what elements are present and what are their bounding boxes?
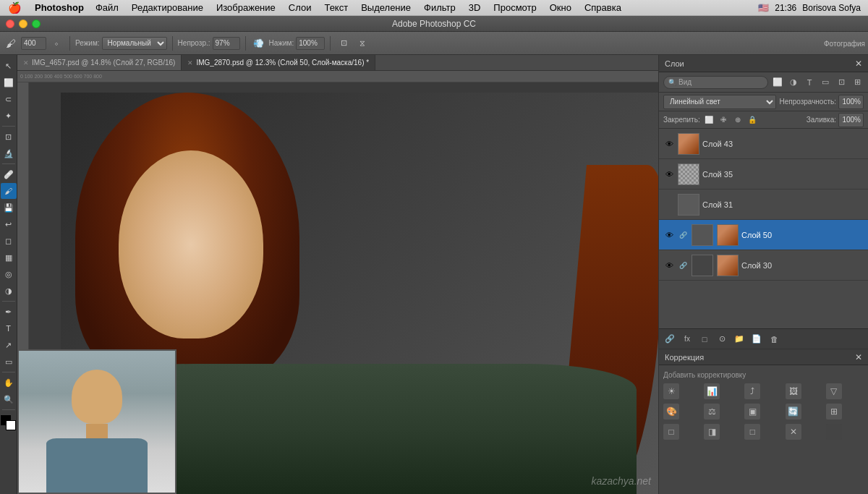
- layer-row-31[interactable]: Слой 31: [659, 189, 868, 220]
- invert-btn[interactable]: ◨: [704, 424, 720, 440]
- menu-file[interactable]: Файл: [90, 2, 124, 13]
- layer-row-50[interactable]: 👁 🔗 Слой 50: [659, 220, 868, 250]
- lock-artboards-btn[interactable]: ⊕: [732, 114, 744, 126]
- photo-filter-btn[interactable]: 🔄: [786, 404, 801, 420]
- eraser-tool[interactable]: ◻: [1, 233, 17, 249]
- filter-pixels-icon[interactable]: ⬜: [771, 76, 784, 89]
- blur-tool[interactable]: ◎: [1, 266, 17, 282]
- layer-50-visibility[interactable]: 👁: [663, 229, 675, 241]
- dodge-tool[interactable]: ◑: [1, 283, 17, 299]
- lock-all-btn[interactable]: 🔒: [746, 114, 758, 126]
- menu-select[interactable]: Выделение: [355, 2, 417, 13]
- hsl-btn[interactable]: 🎨: [663, 404, 679, 420]
- zoom-tool[interactable]: 🔍: [1, 391, 17, 407]
- brush-size-input[interactable]: [21, 37, 46, 50]
- delete-layer-btn[interactable]: 🗑: [767, 333, 780, 346]
- layer-31-visibility[interactable]: [663, 199, 675, 210]
- tab-1[interactable]: ✕ IMG_4657.psd @ 14.8% (Слой 27, RGB/16): [17, 55, 182, 70]
- pressure-input[interactable]: [296, 37, 325, 50]
- shape-tool[interactable]: ▭: [1, 354, 17, 370]
- fx-btn[interactable]: fx: [681, 333, 694, 346]
- lock-pixels-btn[interactable]: ⬜: [703, 114, 715, 126]
- fill-value-input[interactable]: [838, 113, 864, 127]
- pen-tool[interactable]: ✒: [1, 304, 17, 320]
- brush-tool[interactable]: 🖌: [1, 183, 17, 199]
- link-layers-btn[interactable]: 🔗: [663, 333, 676, 346]
- mode-select[interactable]: Нормальный: [102, 37, 167, 50]
- menu-image[interactable]: Изображение: [210, 2, 281, 13]
- layer-30-visibility[interactable]: 👁: [663, 260, 675, 271]
- adjustment-btn[interactable]: ⊙: [715, 333, 728, 346]
- filter-smart-icon[interactable]: ⊡: [835, 76, 848, 89]
- crop-tool[interactable]: ⊡: [1, 129, 17, 145]
- layer-43-visibility[interactable]: 👁: [663, 138, 675, 150]
- gradient-tool[interactable]: ▦: [1, 250, 17, 265]
- lock-position-btn[interactable]: ✙: [718, 114, 729, 126]
- canvas-area[interactable]: 0 100 200 300 400 500 600 700 800: [17, 71, 658, 494]
- threshold-btn[interactable]: ✕: [786, 424, 801, 440]
- new-layer-btn[interactable]: 📄: [750, 333, 763, 346]
- layer-row-43[interactable]: 👁 Слой 43: [659, 129, 868, 159]
- blend-mode-select[interactable]: Линейный свет: [663, 95, 776, 109]
- app-name[interactable]: Photoshop: [29, 2, 90, 13]
- opacity-input[interactable]: [213, 37, 240, 50]
- brightness-contrast-btn[interactable]: ☀: [663, 383, 679, 399]
- menu-help[interactable]: Справка: [579, 2, 627, 13]
- heal-tool[interactable]: 🩹: [1, 166, 17, 182]
- curves-btn[interactable]: ⤴: [744, 383, 760, 399]
- brush-preset[interactable]: ⬦: [48, 35, 64, 51]
- layer-row-30[interactable]: 👁 🔗 Слой 30: [659, 250, 868, 281]
- filter-type-icon[interactable]: T: [803, 76, 816, 89]
- path-select-tool[interactable]: ↗: [1, 337, 17, 353]
- tab-2[interactable]: ✕ IMG_2870.psd @ 12.3% (Слой 50, Слой-ма…: [182, 55, 375, 70]
- apple-menu[interactable]: 🍎: [0, 1, 29, 14]
- close-button[interactable]: [6, 20, 14, 28]
- eyedropper-tool[interactable]: 🔬: [1, 145, 17, 161]
- stamp-tool[interactable]: 💾: [1, 200, 17, 216]
- group-btn[interactable]: 📁: [733, 333, 746, 346]
- channel-mixer-btn[interactable]: ⊞: [826, 404, 842, 420]
- filter-toggle[interactable]: ⊞: [851, 76, 864, 89]
- levels-btn[interactable]: 📊: [704, 383, 720, 399]
- minimize-button[interactable]: [19, 20, 27, 28]
- layers-search[interactable]: 🔍 Вид: [663, 76, 768, 89]
- layer-35-visibility[interactable]: 👁: [663, 169, 675, 180]
- bw-btn[interactable]: ▣: [744, 404, 760, 420]
- menu-3d[interactable]: 3D: [463, 2, 487, 13]
- menu-filter[interactable]: Фильтр: [418, 2, 461, 13]
- tab-2-close[interactable]: ✕: [187, 59, 193, 67]
- menu-text[interactable]: Текст: [318, 2, 354, 13]
- color-lookup-btn[interactable]: □: [663, 424, 679, 440]
- extra-toggle[interactable]: ⧖: [354, 35, 370, 51]
- brush-tool-option[interactable]: 🖌: [3, 35, 19, 51]
- lasso-tool[interactable]: ⊂: [1, 91, 17, 107]
- menu-edit[interactable]: Редактирование: [126, 2, 209, 13]
- layers-close-icon[interactable]: ✕: [855, 59, 862, 69]
- tab-1-close[interactable]: ✕: [23, 59, 29, 67]
- pressure-toggle[interactable]: ⊡: [336, 35, 352, 51]
- color-swatches[interactable]: [1, 415, 17, 431]
- airbrush-icon[interactable]: 💨: [251, 35, 267, 51]
- exposure-btn[interactable]: 🖼: [786, 383, 801, 399]
- maximize-button[interactable]: [32, 20, 41, 28]
- color-balance-btn[interactable]: ⚖: [704, 404, 720, 420]
- background-color[interactable]: [6, 420, 16, 430]
- filter-shape-icon[interactable]: ▭: [819, 76, 832, 89]
- type-tool[interactable]: T: [1, 320, 17, 336]
- magic-wand-tool[interactable]: ✦: [1, 108, 17, 124]
- posterize-btn[interactable]: □: [744, 424, 760, 440]
- history-brush-tool[interactable]: ↩: [1, 216, 17, 232]
- menu-window[interactable]: Окно: [544, 2, 577, 13]
- filter-adjust-icon[interactable]: ◑: [787, 76, 800, 89]
- mask-btn[interactable]: □: [698, 333, 711, 346]
- hand-tool[interactable]: ✋: [1, 375, 17, 391]
- correction-close-icon[interactable]: ✕: [855, 352, 862, 362]
- vibrance-btn[interactable]: ▽: [826, 383, 842, 399]
- menu-view[interactable]: Просмотр: [488, 2, 542, 13]
- move-tool[interactable]: ↖: [1, 58, 17, 74]
- marquee-tool[interactable]: ⬜: [1, 74, 17, 90]
- layer-row-35[interactable]: 👁 Слой 35: [659, 159, 868, 189]
- opacity-value-input[interactable]: [838, 95, 864, 109]
- gradient-map-btn[interactable]: [826, 424, 842, 440]
- menu-layers[interactable]: Слои: [283, 2, 318, 13]
